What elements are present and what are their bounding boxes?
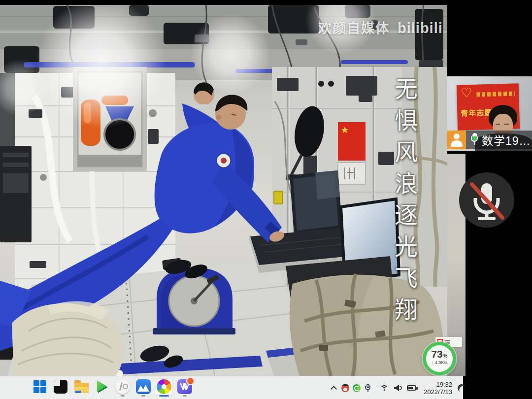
participant-video-tile[interactable]: ♡ 青年志愿者协会 数学19… xyxy=(447,76,532,151)
browser-button[interactable] xyxy=(156,378,172,395)
moon-icon[interactable] xyxy=(457,383,466,393)
running-indicator xyxy=(141,395,145,397)
file-explorer-button[interactable] xyxy=(73,378,90,395)
mic-muted-button[interactable] xyxy=(459,172,514,228)
wps-office-button[interactable] xyxy=(176,378,193,395)
down-arrow-icon: ↓ xyxy=(432,360,434,365)
microphone-icon[interactable] xyxy=(365,384,371,392)
speed-ball-widget[interactable]: 73% ↓ 4.3K/s xyxy=(423,342,456,375)
shared-video-space-station: 欢颜自媒体 bilibili 无惧风浪逐光飞翔 xyxy=(0,5,447,376)
participant-name-bar: 数学19… xyxy=(447,131,532,149)
wifi-icon[interactable] xyxy=(380,385,389,392)
active-indicator xyxy=(159,395,169,397)
clock-date: 2022/7/13 xyxy=(422,388,452,396)
china-flag xyxy=(338,122,366,161)
volume-icon[interactable] xyxy=(394,385,402,391)
file-explorer-icon xyxy=(74,383,89,393)
dark-window-app-button[interactable] xyxy=(52,378,69,395)
yellow-cup xyxy=(274,191,283,204)
network-speed: ↓ 4.3K/s xyxy=(426,360,453,365)
watermark-channel-text: 欢颜自媒体 xyxy=(318,18,390,37)
participant-eye xyxy=(496,124,500,125)
station-scene-art xyxy=(0,5,447,376)
participant-eye xyxy=(504,124,509,125)
notification-badge xyxy=(186,377,195,385)
running-indicator xyxy=(121,395,125,397)
dark-window-app-icon xyxy=(54,380,67,394)
blue-mountain-app-button[interactable] xyxy=(135,378,152,395)
heart-icon: ♡ xyxy=(461,86,472,100)
vertical-caption-text: 无惧风浪逐光飞翔 xyxy=(387,77,421,340)
green-play-video-icon xyxy=(95,379,109,394)
memory-percent: 73% xyxy=(426,349,453,359)
running-indicator xyxy=(183,395,187,397)
desktop-screen: 欢颜自媒体 bilibili 无惧风浪逐光飞翔 ♡ 青年志愿者协会 数学19… xyxy=(0,0,532,399)
clock-time: 19:32 xyxy=(422,381,452,388)
pinwheel-browser-icon xyxy=(157,379,171,394)
chevron-up-icon[interactable] xyxy=(331,385,337,391)
mic-muted-icon xyxy=(459,172,514,228)
qq-penguin-icon[interactable] xyxy=(341,384,349,392)
start-button[interactable] xyxy=(32,378,48,395)
wps-office-icon xyxy=(177,379,192,394)
white-circle-app-icon xyxy=(115,379,130,394)
windows-taskbar: 19:32 2022/7/13 xyxy=(0,376,463,399)
green-security-icon[interactable] xyxy=(353,384,361,392)
taskbar-app-icons xyxy=(32,378,193,395)
mic-active-icon xyxy=(470,133,479,147)
blue-mountain-app-icon xyxy=(136,379,151,394)
system-tray: 19:32 2022/7/13 xyxy=(331,376,466,399)
white-circle-app-button[interactable] xyxy=(114,378,131,395)
video-player-button[interactable] xyxy=(94,378,110,395)
banner-small-text-blur xyxy=(476,92,515,97)
battery-icon[interactable] xyxy=(407,385,416,391)
taskbar-clock[interactable]: 19:32 2022/7/13 xyxy=(422,381,452,396)
video-watermark: 欢颜自媒体 bilibili xyxy=(318,18,443,37)
participant-name-label: 数学19… xyxy=(482,132,531,148)
person-icon xyxy=(447,131,466,149)
bilibili-logo-text: bilibili xyxy=(398,20,443,36)
windows-start-icon xyxy=(33,380,47,394)
